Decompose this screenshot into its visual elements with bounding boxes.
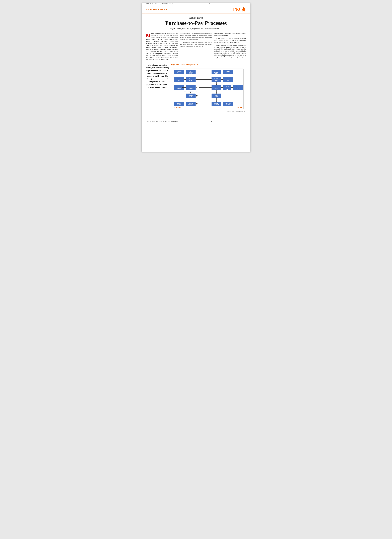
svg-text:Payment: Payment (188, 104, 193, 105)
ing-lion-icon (241, 7, 246, 12)
reg-mark-bottom: ⊕ (211, 121, 212, 122)
svg-text:Invoice: Invoice (189, 88, 192, 89)
svg-text:Approve: Approve (177, 103, 181, 104)
diagram-section: Fig 6: Purchase-to-pay processes (171, 63, 246, 114)
title-section: Section Three: Purchase-to-Pay Processes… (146, 16, 246, 30)
svg-text:Order: Order (225, 86, 229, 87)
column-3: time-consuming if the original purchase … (214, 33, 246, 61)
svg-text:Raise: Raise (178, 78, 181, 79)
svg-point-2 (242, 7, 245, 9)
svg-text:Company A: Company A (174, 107, 181, 108)
svg-text:Receipt of: Receipt of (214, 78, 219, 79)
column-1: Making payments efficiently, cost-effect… (146, 33, 178, 61)
col3-item-c: C. Once approved, which may need to be d… (214, 44, 246, 60)
wholesale-banking-label: WHOLESALE BANKING (146, 9, 167, 10)
main-content: Section Three: Purchase-to-Pay Processes… (142, 14, 250, 117)
drop-cap-M: M (146, 33, 151, 38)
svg-text:Receive: Receive (189, 86, 193, 87)
pull-quote: Managing payments is a strategic element… (146, 63, 169, 114)
page: TMI170 ING info plat 3:Info plat.qxt 01/… (142, 3, 250, 152)
svg-text:bution: bution (236, 88, 239, 89)
svg-text:Entry: Entry (227, 80, 229, 81)
svg-text:Invoice: Invoice (215, 88, 218, 89)
svg-text:terms: terms (215, 73, 218, 74)
main-title: Purchase-to-Pay Processes (146, 20, 246, 26)
svg-text:Chase: Chase (215, 94, 218, 96)
svg-text:Invoice: Invoice (215, 96, 218, 97)
svg-text:Order: Order (177, 80, 181, 81)
col3-continued: time-consuming if the original purchase … (214, 33, 246, 37)
diagram-title: Fig 6: Purchase-to-pay processes (171, 63, 246, 66)
svg-text:Order: Order (189, 80, 192, 81)
ing-logo-text: ING (233, 7, 240, 12)
svg-text:B: B (196, 95, 197, 97)
three-column-text: Making payments efficiently, cost-effect… (146, 33, 246, 61)
svg-text:Order: Order (227, 78, 229, 79)
svg-text:Reconcile: Reconcile (177, 86, 182, 87)
svg-text:C: C (196, 103, 198, 105)
svg-text:Payment: Payment (177, 104, 181, 105)
svg-text:Payment: Payment (226, 104, 230, 105)
print-info-bar: TMI170 ING info plat 3:Info plat.qxt 01/… (142, 3, 250, 5)
svg-text:ment: ment (226, 88, 228, 90)
svg-text:Fulfil-: Fulfil- (225, 87, 229, 88)
footer-page-number: 1 (245, 121, 246, 122)
print-info-text: TMI170 ING info plat 3:Info plat.qxt 01/… (146, 3, 173, 5)
ing-logo: ING (233, 7, 246, 12)
svg-text:Establish: Establish (225, 71, 230, 72)
svg-text:Process: Process (188, 103, 193, 104)
svg-text:Customer: Customer (225, 72, 230, 73)
footer-left: TMI | ING Guide to Financial Supply Chai… (146, 121, 178, 122)
svg-text:Order: Order (215, 80, 218, 81)
svg-point-3 (243, 8, 243, 9)
col2-intro: As fig 6 illustrates, this time with Com… (180, 33, 212, 41)
col1-paragraph: Making payments efficiently, cost-effect… (146, 33, 178, 60)
bottom-section: Managing payments is a strategic element… (146, 63, 246, 114)
section-label: Section Three: (146, 16, 246, 19)
diagram-box: Establish Supplier Agree Pricing / terms (171, 67, 246, 114)
svg-text:Reconcile: Reconcile (225, 103, 230, 104)
svg-text:Supplier: Supplier (237, 107, 243, 108)
svg-text:Supplier: Supplier (177, 72, 181, 73)
margin-line-left (145, 3, 145, 152)
svg-text:Invoice: Invoice (177, 88, 181, 89)
svg-text:Receive: Receive (214, 103, 218, 104)
svg-point-4 (244, 8, 244, 9)
svg-text:Invoice/: Invoice/ (189, 94, 193, 96)
header-bar: WHOLESALE BANKING ING (142, 5, 250, 14)
column-2: As fig 6 illustrates, this time with Com… (180, 33, 212, 61)
svg-text:Payment: Payment (214, 104, 219, 105)
author-line: Gregory Cronie, Head Sales, Payments and… (146, 28, 246, 30)
svg-text:Send: Send (189, 78, 192, 79)
reg-mark-top: ⊕ (209, 3, 210, 5)
svg-text:Send: Send (215, 86, 218, 87)
svg-text:Goods: Goods (189, 96, 192, 97)
footer: TMI | ING Guide to Financial Supply Chai… (142, 120, 250, 123)
svg-text:Distri-: Distri- (236, 86, 239, 87)
svg-text:Establish: Establish (177, 71, 182, 72)
svg-text:terms: terms (189, 73, 192, 74)
col2-item-a: A. Company A receives the invoice from t… (180, 42, 212, 47)
source-note: Source: Asymmetric Solutions Ltd (173, 111, 245, 112)
col3-item-b: B. The company may wish to query the inv… (214, 38, 246, 43)
flowchart-svg: Establish Supplier Agree Pricing / terms (173, 68, 245, 110)
